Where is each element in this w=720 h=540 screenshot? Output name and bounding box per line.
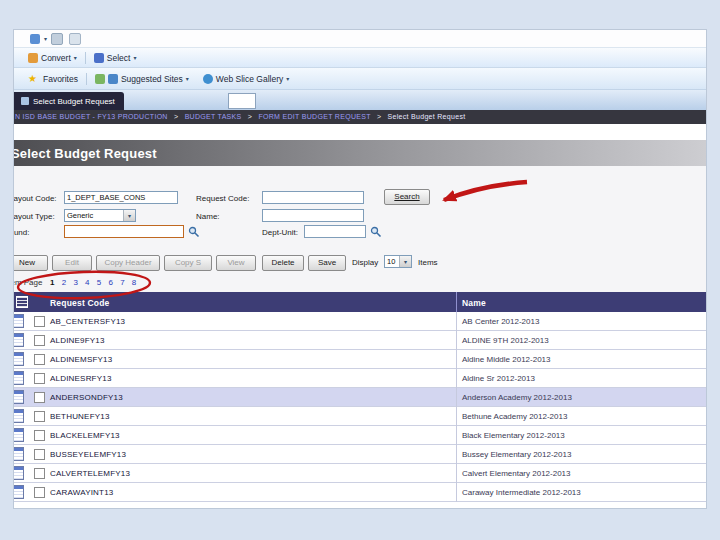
convert-button[interactable]: Convert ▾ [28, 53, 77, 63]
favorites-button[interactable]: ★ Favorites [28, 74, 78, 84]
breadcrumb-separator: > [174, 113, 178, 120]
table-row[interactable]: BETHUNEFY13 Bethune Academy 2012-2013 [14, 407, 706, 426]
web-slice-gallery-label: Web Slice Gallery [216, 74, 283, 84]
display-label: Display [352, 258, 378, 267]
row-checkbox[interactable] [34, 354, 45, 365]
column-divider [456, 292, 457, 312]
page-number-link[interactable]: 5 [97, 278, 101, 287]
page-number-link[interactable]: 6 [108, 278, 112, 287]
dept-unit-input[interactable] [304, 225, 366, 238]
tab-select-budget-request[interactable]: Select Budget Request [14, 92, 124, 110]
tools-icon[interactable] [69, 33, 81, 45]
row-checkbox[interactable] [34, 392, 45, 403]
name-cell: Anderson Academy 2012-2013 [462, 393, 572, 402]
search-button[interactable]: Search [384, 189, 430, 205]
browser-command-bar: Convert ▾ Select ▾ [14, 48, 706, 68]
row-checkbox[interactable] [34, 468, 45, 479]
copy-header-button[interactable]: Copy Header [96, 255, 160, 271]
fund-lookup-magnifier-icon[interactable] [188, 226, 200, 238]
breadcrumb-link[interactable]: FORM EDIT BUDGET REQUEST [258, 113, 370, 120]
table-row[interactable]: ALDINE9FY13 ALDINE 9TH 2012-2013 [14, 331, 706, 350]
view-button[interactable]: View [216, 255, 256, 271]
breadcrumb-link[interactable]: BUDGET TASKS [185, 113, 242, 120]
chevron-down-icon[interactable]: ▾ [44, 36, 47, 42]
app-content: ▾ Convert ▾ Select ▾ [14, 30, 706, 508]
breadcrumb-separator: > [248, 113, 252, 120]
name-cell: Bethune Academy 2012-2013 [462, 412, 567, 421]
table-row[interactable]: AB_CENTERSFY13 AB Center 2012-2013 [14, 312, 706, 331]
toolbar-separator [86, 73, 87, 85]
document-icon[interactable] [14, 428, 24, 442]
display-count-select[interactable]: 10 ▾ [384, 255, 412, 268]
select-all-icon[interactable] [16, 296, 28, 308]
row-checkbox[interactable] [34, 411, 45, 422]
dept-unit-label: Dept-Unit: [262, 228, 298, 237]
name-cell: Aldine Sr 2012-2013 [462, 374, 535, 383]
layout-code-input[interactable] [64, 191, 178, 204]
table-row[interactable]: BLACKELEMFY13 Black Elementary 2012-2013 [14, 426, 706, 445]
copy-s-button[interactable]: Copy S [164, 255, 212, 271]
request-code-header[interactable]: Request Code [50, 298, 110, 308]
row-checkbox[interactable] [34, 373, 45, 384]
web-slice-gallery-button[interactable]: Web Slice Gallery ▾ [203, 74, 289, 84]
request-code-cell: ANDERSONDFY13 [50, 393, 123, 402]
tab-title: Select Budget Request [33, 97, 115, 106]
document-icon[interactable] [14, 333, 24, 347]
table-row[interactable]: ALDINEMSFY13 Aldine Middle 2012-2013 [14, 350, 706, 369]
suggested-sites-button[interactable]: Suggested Sites ▾ [121, 74, 189, 84]
save-button[interactable]: Save [308, 255, 346, 271]
document-icon[interactable] [14, 390, 24, 404]
row-checkbox[interactable] [34, 487, 45, 498]
name-cell: AB Center 2012-2013 [462, 317, 539, 326]
document-icon[interactable] [14, 409, 24, 423]
globe-icon [203, 74, 213, 84]
delete-button[interactable]: Delete [262, 255, 304, 271]
name-input[interactable] [262, 209, 364, 222]
layout-type-select[interactable]: Generic ▾ [64, 209, 136, 222]
add-favorite-icon[interactable] [95, 74, 105, 84]
document-icon[interactable] [14, 485, 24, 499]
tab-bar: Select Budget Request [14, 90, 706, 110]
suggested-sites-icon [108, 74, 118, 84]
row-checkbox[interactable] [34, 335, 45, 346]
edit-button[interactable]: Edit [52, 255, 92, 271]
print-icon[interactable] [51, 33, 63, 45]
table-row[interactable]: CARAWAYINT13 Caraway Intermediate 2012-2… [14, 483, 706, 502]
page-number-link[interactable]: 7 [120, 278, 124, 287]
name-label: Name: [196, 212, 220, 221]
request-code-input[interactable] [262, 191, 364, 204]
page-number-current[interactable]: 1 [50, 278, 54, 287]
document-icon[interactable] [14, 466, 24, 480]
name-cell: Black Elementary 2012-2013 [462, 431, 565, 440]
page-number-link[interactable]: 8 [132, 278, 136, 287]
new-button[interactable]: New [14, 255, 48, 271]
document-icon[interactable] [14, 371, 24, 385]
fund-input[interactable] [64, 225, 184, 238]
table-row[interactable]: BUSSEYELEMFY13 Bussey Elementary 2012-20… [14, 445, 706, 464]
breadcrumb-link[interactable]: N ISD BASE BUDGET - FY13 PRODUCTION [15, 113, 168, 120]
row-checkbox[interactable] [34, 430, 45, 441]
page-number-link[interactable]: 4 [85, 278, 89, 287]
name-header[interactable]: Name [462, 298, 486, 308]
row-checkbox[interactable] [34, 449, 45, 460]
table-row[interactable]: CALVERTELEMFY13 Calvert Elementary 2012-… [14, 464, 706, 483]
favorites-bar: ★ Favorites Suggested Sites ▾ Web Slice … [14, 68, 706, 90]
name-cell: Bussey Elementary 2012-2013 [462, 450, 571, 459]
row-checkbox[interactable] [34, 316, 45, 327]
request-code-cell: BUSSEYELEMFY13 [50, 450, 126, 459]
layout-code-label: Layout Code: [14, 194, 57, 203]
page-number-link[interactable]: 3 [73, 278, 77, 287]
chevron-down-icon: ▾ [123, 210, 135, 221]
table-row[interactable]: ALDINESRFY13 Aldine Sr 2012-2013 [14, 369, 706, 388]
browser-menu-bar: ▾ [14, 30, 706, 48]
name-cell: Calvert Elementary 2012-2013 [462, 469, 571, 478]
request-code-cell: ALDINE9FY13 [50, 336, 105, 345]
select-button[interactable]: Select ▾ [94, 53, 137, 63]
document-icon[interactable] [14, 314, 24, 328]
page-number-link[interactable]: 2 [62, 278, 66, 287]
document-icon[interactable] [14, 352, 24, 366]
table-row-selected[interactable]: ANDERSONDFY13 Anderson Academy 2012-2013 [14, 388, 706, 407]
document-icon[interactable] [14, 447, 24, 461]
dept-unit-lookup-magnifier-icon[interactable] [370, 226, 382, 238]
page-icon[interactable] [30, 34, 40, 44]
